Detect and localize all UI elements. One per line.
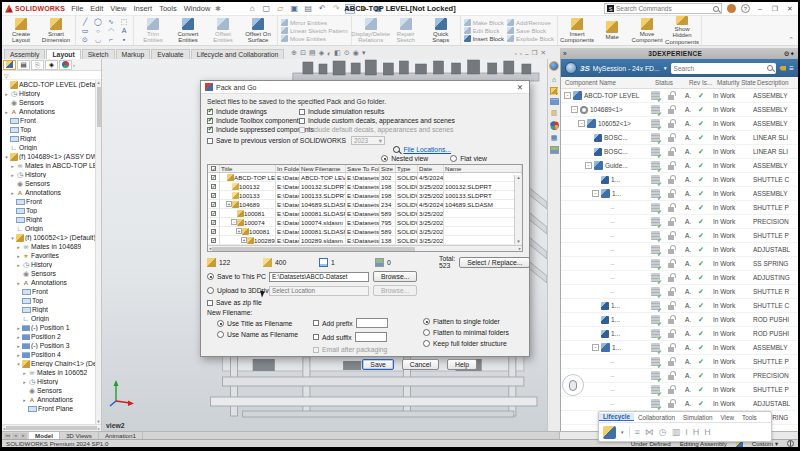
row-checkbox[interactable] xyxy=(211,184,216,189)
restore-button[interactable]: ❐ xyxy=(770,5,780,13)
tag-icon[interactable] xyxy=(779,66,786,71)
component-row[interactable]: - 1... A. ✓ In Work ASSEMBLY xyxy=(561,341,798,355)
task-pane-icon[interactable] xyxy=(549,108,559,118)
column-header[interactable]: Rev xyxy=(689,79,702,86)
expand-box-icon[interactable] xyxy=(599,372,606,379)
tree-item[interactable]: Top xyxy=(2,206,95,215)
pin-icon[interactable]: ✱ xyxy=(215,5,221,13)
tree-item[interactable]: ▾ Energy Chain<1> (Defa xyxy=(2,359,95,368)
branch-up-icon[interactable]: H xyxy=(693,427,700,437)
cancel-button[interactable]: Cancel xyxy=(402,359,439,370)
tabs-overflow-icon[interactable]: › xyxy=(73,62,75,68)
command-tab[interactable]: Markup xyxy=(116,49,151,59)
ribbon-big-button[interactable]: Trim Entities xyxy=(137,16,169,45)
ribbon-big-button[interactable]: Move Component xyxy=(631,16,663,45)
tab-feature-manager[interactable] xyxy=(3,60,16,70)
chevron-down-icon[interactable]: ▾ xyxy=(621,429,624,435)
ribbon-row-button[interactable]: Move Entities xyxy=(281,35,348,42)
heads-up-icon[interactable]: ◐ xyxy=(327,50,331,57)
filename-radio[interactable]: Use Title as Filename xyxy=(217,320,313,327)
tree-item[interactable]: ▸ Position 4 xyxy=(2,350,95,359)
quick-access-icon[interactable] xyxy=(261,4,271,14)
ribbon-big-button[interactable]: Offset On Surface xyxy=(242,16,274,45)
column-header[interactable]: Type xyxy=(396,165,418,172)
component-row[interactable]: 1... A. ✓ In Work SHUTTLE C xyxy=(561,173,798,187)
scroll-up-icon[interactable]: ▲ xyxy=(516,175,520,180)
ribbon-big-button[interactable]: Create Layout xyxy=(5,16,37,45)
scroll-right-icon[interactable]: ▸ xyxy=(98,426,100,431)
sketch-tool-icon[interactable]: ◯ xyxy=(92,17,104,26)
menu-item[interactable]: File xyxy=(71,4,83,13)
quick-access-icon[interactable] xyxy=(345,4,355,14)
expand-box-icon[interactable]: - xyxy=(571,106,578,113)
heads-up-icon[interactable]: ⊙ xyxy=(344,49,350,57)
tree-horizontal-scrollbar[interactable]: ◂▸ xyxy=(2,424,101,431)
expand-box-icon[interactable] xyxy=(592,302,599,309)
document-tab[interactable]: Animation1 xyxy=(99,432,143,439)
tab-property-manager[interactable]: ▤ xyxy=(17,60,30,70)
table-horizontal-scrollbar[interactable]: ◂▸ xyxy=(208,245,522,251)
tree-item[interactable]: Right xyxy=(2,134,95,143)
tree-item[interactable]: Front xyxy=(2,287,95,296)
ribbon-collapse-icon[interactable]: ⌃ xyxy=(788,36,798,45)
scroll-thumb[interactable] xyxy=(97,87,101,127)
document-tab[interactable]: Model xyxy=(29,432,60,439)
task-pane-icon[interactable] xyxy=(550,98,559,105)
scroll-first-icon[interactable]: ◂◂ xyxy=(4,433,11,439)
component-row[interactable]: A. ✓ In Work SHUTTLE P xyxy=(561,355,798,369)
pack-table-row[interactable]: + 104689 E:\Datase 104689.SLDASM E:\Data… xyxy=(208,200,522,209)
document-tab[interactable]: 3D Views xyxy=(60,432,99,439)
add-suffix-checkbox[interactable]: Add suffix xyxy=(313,334,352,341)
component-row[interactable]: A. ✓ In Work SHUTTLE R xyxy=(561,285,798,299)
include-checkbox[interactable]: Include suppressed components xyxy=(207,126,295,133)
tree-item[interactable]: ABCD-TOP LEVEL (Default) <<Defau xyxy=(2,80,95,89)
include-checkbox[interactable]: Include custom decals, appearances and s… xyxy=(299,117,523,124)
column-header[interactable]: Status xyxy=(655,79,689,86)
upload-location-input[interactable] xyxy=(269,286,369,296)
quick-access-icon[interactable] xyxy=(247,4,257,14)
command-tab[interactable]: Assembly xyxy=(4,49,45,59)
component-row[interactable]: - 104689<1> A. ✓ In Work ASSEMBLY xyxy=(561,103,798,117)
search-commands-box[interactable]: S xyxy=(604,3,722,14)
minimize-button[interactable]: – xyxy=(755,5,765,12)
quick-access-icon[interactable] xyxy=(303,4,313,14)
command-tab[interactable]: Layout xyxy=(46,49,80,59)
sketch-tool-icon[interactable]: ◠ xyxy=(105,26,117,35)
expand-box-icon[interactable]: - xyxy=(564,92,571,99)
save-path-input[interactable] xyxy=(269,272,369,282)
folder-structure-radio[interactable]: Keep full folder structure xyxy=(423,340,523,347)
expand-box-icon[interactable] xyxy=(599,386,606,393)
tree-item[interactable]: ▸ Annotations xyxy=(2,395,95,404)
heads-up-icon[interactable]: ◈ xyxy=(319,49,324,57)
component-row[interactable]: A. ✓ In Work ADJUSTABL xyxy=(561,243,798,257)
pack-table-row[interactable]: 100133 E:\Datase 100133.SLDPRT E:\Datase… xyxy=(208,191,522,200)
component-row[interactable]: A. ✓ In Work SHUTTLE P xyxy=(561,229,798,243)
scroll-up-icon[interactable]: ▲ xyxy=(97,80,101,85)
chevron-down-icon[interactable]: ▼ xyxy=(663,65,668,71)
task-pane-icon[interactable] xyxy=(549,74,559,84)
component-row[interactable]: - 106052<1> A. ✓ In Work ASSEMBLY xyxy=(561,117,798,131)
ribbon-big-button[interactable]: Insert Components xyxy=(561,16,593,45)
pack-table-row[interactable]: - 100074 E:\Datase 100074.sldasm E:\Data… xyxy=(208,218,522,227)
tree-item[interactable]: ▸ Annotations xyxy=(2,107,95,116)
tree-item[interactable]: ▸ Annotations xyxy=(2,278,95,287)
tree-item[interactable]: ▸ Mates in ABCD-TOP LEVEL xyxy=(2,161,95,170)
sketch-tool-icon[interactable]: ∿ xyxy=(105,17,117,26)
sketch-tool-icon[interactable]: ╱ xyxy=(79,17,91,26)
include-checkbox[interactable]: Include default decals, appearances and … xyxy=(299,126,523,133)
tree-item[interactable]: Top xyxy=(2,296,95,305)
sketch-tool-icon[interactable]: ◡ xyxy=(92,35,104,44)
email-after-checkbox[interactable]: Email after packaging xyxy=(313,346,409,353)
heads-up-icon[interactable]: ▾ xyxy=(362,49,366,57)
column-header[interactable]: New Filename xyxy=(300,165,346,172)
expand-box-icon[interactable] xyxy=(599,204,606,211)
ribbon-big-button[interactable]: Offset Entities xyxy=(207,16,239,45)
panel-view-icon[interactable]: ▥ xyxy=(672,427,681,437)
tree-item[interactable]: Front xyxy=(2,116,95,125)
column-header[interactable]: In Folder xyxy=(276,165,300,172)
toolbar-tab[interactable]: Lifecycle xyxy=(599,413,634,421)
save-button[interactable]: Save xyxy=(362,359,394,370)
pack-table-row[interactable]: + 100081 E:\Datase 100081.SLDASM E:\Data… xyxy=(208,227,522,236)
tree-item[interactable]: ▸ (-) Position 1 xyxy=(2,323,95,332)
task-pane-icon[interactable] xyxy=(550,87,558,95)
